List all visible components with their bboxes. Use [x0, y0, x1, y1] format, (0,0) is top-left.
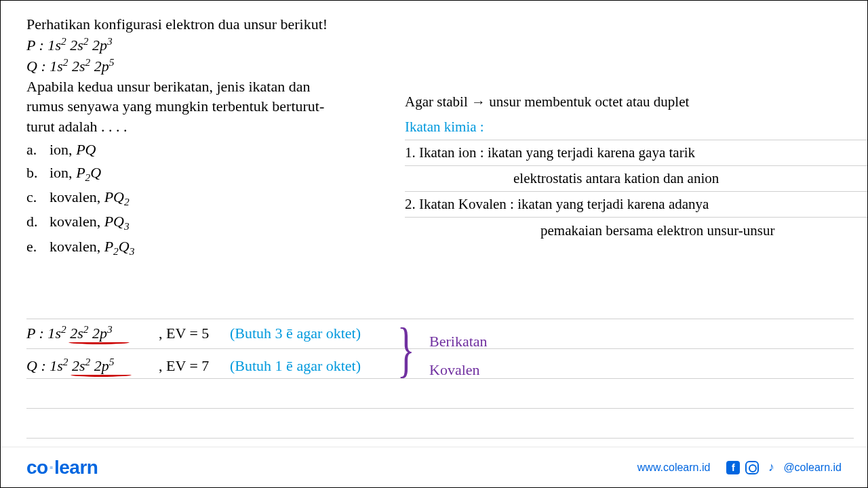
option-letter: b.	[26, 161, 50, 186]
option-text: ion, PQ	[50, 138, 96, 161]
option-text: kovalen, P2Q3	[50, 235, 134, 260]
question-block: Perhatikan konfigurasi elektron dua unsu…	[26, 14, 372, 260]
tiktok-icon: ♪	[764, 461, 778, 474]
instagram-icon	[745, 461, 759, 474]
footer-url: www.colearn.id	[637, 462, 711, 474]
option-letter: c.	[26, 186, 50, 210]
note-kov-1: 2. Ikatan Kovalen : ikatan yang terjadi …	[405, 192, 868, 218]
work-p-config: P : 1s2 2s2 2p3	[26, 323, 159, 342]
option-text: kovalen, PQ3	[50, 210, 130, 235]
config-p: P : 1s2 2s2 2p3	[26, 35, 372, 56]
work-p-ev: , EV = 5	[159, 325, 230, 342]
conclusion-line-2: Kovalen	[429, 356, 488, 384]
option-e: e. kovalen, P2Q3	[26, 235, 372, 260]
note-ion-1: 1. Ikatan ion : ikatan yang terjadi kare…	[405, 140, 868, 166]
work-p-need: (Butuh 3 ē agar oktet)	[230, 325, 361, 342]
footer-bar: co·learn www.colearn.id f ♪ @colearn.id	[1, 447, 867, 487]
curly-brace-icon: }	[397, 319, 415, 380]
option-letter: e.	[26, 235, 50, 260]
solution-notes: Agar stabil → unsur membentuk octet atau…	[405, 89, 868, 243]
option-d: d. kovalen, PQ3	[26, 210, 372, 235]
config-q: Q : 1s2 2s2 2p5	[26, 56, 372, 77]
question-stem-1: Apabila kedua unsur berikatan, jenis ika…	[26, 77, 372, 97]
note-stable: Agar stabil → unsur membentuk octet atau…	[405, 89, 868, 115]
answer-options: a. ion, PQ b. ion, P2Q c. kovalen, PQ2 d…	[26, 138, 372, 260]
note-kov-2: pemakaian bersama elektron unsur-unsur	[405, 218, 868, 243]
question-intro: Perhatikan konfigurasi elektron dua unsu…	[26, 14, 372, 35]
conclusion-text: Berikatan Kovalen	[429, 327, 488, 384]
social-handle: @colearn.id	[783, 462, 842, 474]
option-letter: a.	[26, 138, 50, 161]
work-q-config: Q : 1s2 2s2 2p5	[26, 356, 159, 375]
option-b: b. ion, P2Q	[26, 161, 372, 186]
conclusion-line-1: Berikatan	[429, 327, 488, 356]
option-letter: d.	[26, 210, 50, 235]
work-q-need: (Butuh 1 ē agar oktet)	[230, 357, 361, 375]
question-stem-2: rumus senyawa yang mungkin terbentuk ber…	[26, 96, 372, 117]
social-icons: f ♪ @colearn.id	[726, 461, 842, 474]
brand-logo: co·learn	[26, 457, 98, 479]
config-q-label: Q : 1s2 2s2 2p5	[26, 58, 114, 75]
question-stem-3: turut adalah . . . .	[26, 117, 372, 137]
config-p-label: P : 1s2 2s2 2p3	[26, 37, 113, 54]
facebook-icon: f	[726, 461, 740, 474]
work-q-ev: , EV = 7	[159, 357, 230, 375]
note-ion-2: elektrostatis antara kation dan anion	[405, 166, 868, 192]
note-heading: Ikatan kimia :	[405, 115, 868, 140]
option-text: ion, P2Q	[50, 161, 101, 186]
option-a: a. ion, PQ	[26, 138, 372, 161]
option-c: c. kovalen, PQ2	[26, 186, 372, 210]
option-text: kovalen, PQ2	[50, 186, 130, 210]
